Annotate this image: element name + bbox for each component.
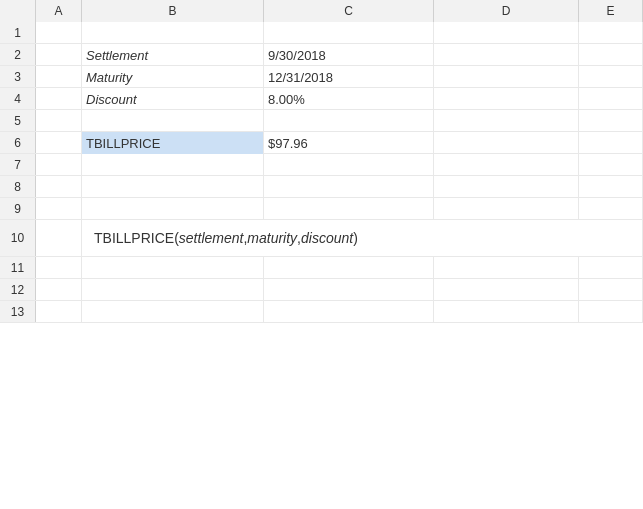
row-num-13: 13 bbox=[0, 301, 36, 322]
cell-3a[interactable] bbox=[36, 66, 82, 88]
row-num-2: 2 bbox=[0, 44, 36, 65]
table-row: 2 Settlement 9/30/2018 bbox=[0, 44, 643, 66]
cell-2e[interactable] bbox=[579, 44, 643, 66]
cell-5a[interactable] bbox=[36, 110, 82, 132]
cell-7e[interactable] bbox=[579, 154, 643, 176]
col-header-c: C bbox=[264, 0, 434, 22]
cell-6b-tbillprice-label[interactable]: TBILLPRICE bbox=[82, 132, 264, 154]
row-num-5: 5 bbox=[0, 110, 36, 131]
cell-8b[interactable] bbox=[82, 176, 264, 198]
cell-3e[interactable] bbox=[579, 66, 643, 88]
cell-4a[interactable] bbox=[36, 88, 82, 110]
cell-4b-discount[interactable]: Discount bbox=[82, 88, 264, 110]
cell-11e[interactable] bbox=[579, 257, 643, 279]
cell-8a[interactable] bbox=[36, 176, 82, 198]
cell-5e[interactable] bbox=[579, 110, 643, 132]
cell-12b[interactable] bbox=[82, 279, 264, 301]
col-header-a: A bbox=[36, 0, 82, 22]
cell-11b[interactable] bbox=[82, 257, 264, 279]
cell-2b-settlement[interactable]: Settlement bbox=[82, 44, 264, 66]
row-num-6: 6 bbox=[0, 132, 36, 153]
table-row-formula: 10 TBILLPRICE(settlement , maturity , di… bbox=[0, 220, 643, 257]
row-num-7: 7 bbox=[0, 154, 36, 175]
cell-6a[interactable] bbox=[36, 132, 82, 154]
row-num-9: 9 bbox=[0, 198, 36, 219]
formula-close: ) bbox=[353, 230, 358, 246]
cell-6d[interactable] bbox=[434, 132, 579, 154]
cell-8e[interactable] bbox=[579, 176, 643, 198]
formula-display: TBILLPRICE(settlement , maturity , disco… bbox=[86, 230, 358, 246]
cell-11a[interactable] bbox=[36, 257, 82, 279]
cell-4d[interactable] bbox=[434, 88, 579, 110]
cell-9e[interactable] bbox=[579, 198, 643, 220]
cell-13c[interactable] bbox=[264, 301, 434, 323]
row-num-10: 10 bbox=[0, 220, 36, 256]
cell-1d[interactable] bbox=[434, 22, 579, 44]
rows-area: 1 2 Settlement 9/30/2018 3 Maturity 12/3… bbox=[0, 22, 643, 509]
cell-11c[interactable] bbox=[264, 257, 434, 279]
table-row: 11 bbox=[0, 257, 643, 279]
col-header-e: E bbox=[579, 0, 643, 22]
cell-4e[interactable] bbox=[579, 88, 643, 110]
cell-8c[interactable] bbox=[264, 176, 434, 198]
col-header-b: B bbox=[82, 0, 264, 22]
cell-1c[interactable] bbox=[264, 22, 434, 44]
cell-12a[interactable] bbox=[36, 279, 82, 301]
cell-2c-settlement-value[interactable]: 9/30/2018 bbox=[264, 44, 434, 66]
cell-13e[interactable] bbox=[579, 301, 643, 323]
table-row: 7 bbox=[0, 154, 643, 176]
formula-param1: settlement bbox=[179, 230, 244, 246]
cell-9a[interactable] bbox=[36, 198, 82, 220]
cell-10-formula[interactable]: TBILLPRICE(settlement , maturity , disco… bbox=[82, 220, 643, 256]
cell-9d[interactable] bbox=[434, 198, 579, 220]
cell-13a[interactable] bbox=[36, 301, 82, 323]
cell-3d[interactable] bbox=[434, 66, 579, 88]
row-num-8: 8 bbox=[0, 176, 36, 197]
formula-param3: discount bbox=[301, 230, 353, 246]
cell-3b-maturity[interactable]: Maturity bbox=[82, 66, 264, 88]
cell-1b[interactable] bbox=[82, 22, 264, 44]
cell-12c[interactable] bbox=[264, 279, 434, 301]
cell-7c[interactable] bbox=[264, 154, 434, 176]
table-row: 5 bbox=[0, 110, 643, 132]
cell-5d[interactable] bbox=[434, 110, 579, 132]
cell-13d[interactable] bbox=[434, 301, 579, 323]
cell-6c-tbillprice-value[interactable]: $97.96 bbox=[264, 132, 434, 154]
table-row: 12 bbox=[0, 279, 643, 301]
cell-12d[interactable] bbox=[434, 279, 579, 301]
row-num-11: 11 bbox=[0, 257, 36, 278]
table-row: 3 Maturity 12/31/2018 bbox=[0, 66, 643, 88]
cell-3c-maturity-value[interactable]: 12/31/2018 bbox=[264, 66, 434, 88]
row-num-12: 12 bbox=[0, 279, 36, 300]
cell-7d[interactable] bbox=[434, 154, 579, 176]
table-row: 6 TBILLPRICE $97.96 bbox=[0, 132, 643, 154]
cell-13b[interactable] bbox=[82, 301, 264, 323]
cell-2d[interactable] bbox=[434, 44, 579, 66]
cell-1e[interactable] bbox=[579, 22, 643, 44]
cell-12e[interactable] bbox=[579, 279, 643, 301]
cell-9c[interactable] bbox=[264, 198, 434, 220]
row-num-1: 1 bbox=[0, 22, 36, 43]
cell-6e[interactable] bbox=[579, 132, 643, 154]
cell-5c[interactable] bbox=[264, 110, 434, 132]
formula-param2: maturity bbox=[247, 230, 297, 246]
cell-7a[interactable] bbox=[36, 154, 82, 176]
col-header-d: D bbox=[434, 0, 579, 22]
cell-2a[interactable] bbox=[36, 44, 82, 66]
cell-1a[interactable] bbox=[36, 22, 82, 44]
cell-10a[interactable] bbox=[36, 220, 82, 256]
cell-11d[interactable] bbox=[434, 257, 579, 279]
cell-4c-discount-value[interactable]: 8.00% bbox=[264, 88, 434, 110]
table-row: 13 bbox=[0, 301, 643, 323]
table-row: 9 bbox=[0, 198, 643, 220]
row-num-4: 4 bbox=[0, 88, 36, 109]
column-headers: A B C D E bbox=[0, 0, 643, 22]
cell-8d[interactable] bbox=[434, 176, 579, 198]
cell-7b[interactable] bbox=[82, 154, 264, 176]
table-row: 4 Discount 8.00% bbox=[0, 88, 643, 110]
corner-cell bbox=[0, 0, 36, 22]
cell-5b[interactable] bbox=[82, 110, 264, 132]
formula-name: TBILLPRICE( bbox=[94, 230, 179, 246]
cell-9b[interactable] bbox=[82, 198, 264, 220]
table-row: 8 bbox=[0, 176, 643, 198]
